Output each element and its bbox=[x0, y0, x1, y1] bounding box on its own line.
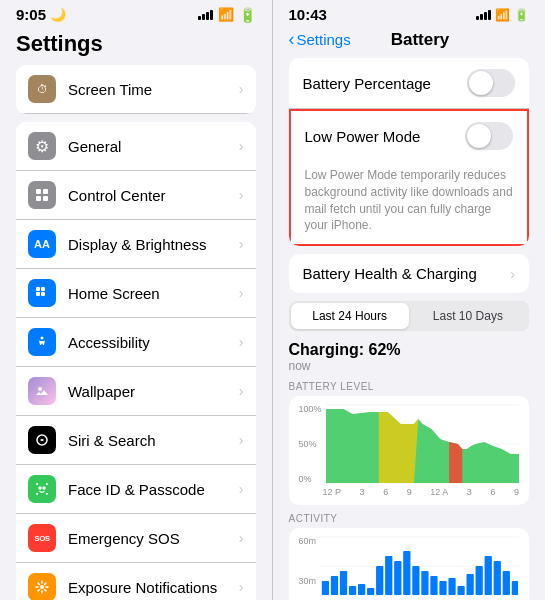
wallpaper-label: Wallpaper bbox=[68, 383, 239, 400]
svg-rect-35 bbox=[403, 551, 410, 595]
sidebar-item-display[interactable]: AA Display & Brightness › bbox=[16, 220, 256, 269]
status-icons-left: 📶 🔋 bbox=[198, 7, 256, 23]
act-y-label-60: 60m bbox=[299, 536, 317, 546]
exposure-label: Exposure Notifications bbox=[68, 579, 239, 596]
svg-point-13 bbox=[40, 585, 44, 589]
sidebar-item-wallpaper[interactable]: Wallpaper › bbox=[16, 367, 256, 416]
sidebar-item-screen-time[interactable]: ⏱ Screen Time › bbox=[16, 65, 256, 114]
wallpaper-arrow: › bbox=[239, 383, 244, 399]
status-bar-left: 9:05 🌙 📶 🔋 bbox=[0, 0, 272, 27]
act-y-label-30: 30m bbox=[299, 576, 317, 586]
moon-icon: 🌙 bbox=[50, 7, 66, 22]
left-panel: 9:05 🌙 📶 🔋 Settings ⏱ Screen Time › bbox=[0, 0, 272, 600]
sidebar-item-siri[interactable]: Siri & Search › bbox=[16, 416, 256, 465]
wallpaper-icon bbox=[28, 377, 56, 405]
charging-label: Charging: 62% bbox=[289, 341, 530, 359]
exposure-arrow: › bbox=[239, 579, 244, 595]
time-tabs: Last 24 Hours Last 10 Days bbox=[289, 301, 530, 331]
battery-page-title: Battery bbox=[391, 30, 450, 50]
low-power-mode-item: Low Power Mode bbox=[291, 111, 528, 161]
svg-point-11 bbox=[39, 487, 41, 489]
svg-rect-30 bbox=[358, 584, 365, 595]
control-center-icon bbox=[28, 181, 56, 209]
svg-rect-27 bbox=[331, 576, 338, 595]
svg-marker-20 bbox=[326, 409, 519, 483]
siri-icon bbox=[28, 426, 56, 454]
battery-toggles-section: Battery Percentage Low Power Mode Low Po… bbox=[289, 58, 530, 246]
display-label: Display & Brightness bbox=[68, 236, 239, 253]
activity-chart: 60m 30m bbox=[289, 528, 530, 600]
x-label-2: 6 bbox=[383, 487, 388, 497]
face-id-label: Face ID & Passcode bbox=[68, 481, 239, 498]
battery-level-svg bbox=[326, 404, 519, 484]
svg-rect-0 bbox=[36, 189, 41, 194]
sidebar-item-emergency-sos[interactable]: SOS Emergency SOS › bbox=[16, 514, 256, 563]
face-id-arrow: › bbox=[239, 481, 244, 497]
time-right: 10:43 bbox=[289, 6, 327, 23]
svg-rect-46 bbox=[503, 571, 510, 595]
svg-rect-2 bbox=[36, 196, 41, 201]
svg-rect-37 bbox=[421, 571, 428, 595]
battery-percentage-label: Battery Percentage bbox=[303, 75, 431, 92]
y-axis-labels: 100% 50% 0% bbox=[299, 404, 322, 484]
emergency-sos-icon: SOS bbox=[28, 524, 56, 552]
home-screen-arrow: › bbox=[239, 285, 244, 301]
face-id-icon bbox=[28, 475, 56, 503]
sidebar-item-general[interactable]: ⚙ General › bbox=[16, 122, 256, 171]
battery-level-area bbox=[326, 404, 519, 484]
general-label: General bbox=[68, 138, 239, 155]
tab-24-hours[interactable]: Last 24 Hours bbox=[291, 303, 409, 329]
siri-arrow: › bbox=[239, 432, 244, 448]
home-screen-icon bbox=[28, 279, 56, 307]
battery-health-label: Battery Health & Charging bbox=[303, 265, 477, 282]
sidebar-item-control-center[interactable]: Control Center › bbox=[16, 171, 256, 220]
sidebar-item-accessibility[interactable]: Accessibility › bbox=[16, 318, 256, 367]
status-bar-right: 10:43 📶 🔋 bbox=[273, 0, 546, 27]
y-label-0: 0% bbox=[299, 474, 322, 484]
battery-content: Battery Percentage Low Power Mode Low Po… bbox=[273, 58, 546, 600]
back-button[interactable]: ‹ Settings bbox=[289, 29, 351, 50]
svg-rect-47 bbox=[512, 581, 518, 595]
screen-time-section: ⏱ Screen Time › bbox=[16, 65, 256, 114]
accessibility-label: Accessibility bbox=[68, 334, 239, 351]
emergency-sos-arrow: › bbox=[239, 530, 244, 546]
activity-area bbox=[320, 536, 519, 600]
battery-percentage-toggle[interactable] bbox=[467, 69, 515, 97]
svg-rect-36 bbox=[412, 566, 419, 595]
low-power-mode-label: Low Power Mode bbox=[305, 128, 421, 145]
low-power-mode-toggle[interactable] bbox=[465, 122, 513, 150]
battery-health-item[interactable]: Battery Health & Charging › bbox=[289, 254, 530, 293]
nav-bar: ‹ Settings Battery bbox=[273, 27, 546, 58]
battery-health-section: Battery Health & Charging › bbox=[289, 254, 530, 293]
accessibility-icon bbox=[28, 328, 56, 356]
y-label-50: 50% bbox=[299, 439, 322, 449]
home-screen-label: Home Screen bbox=[68, 285, 239, 302]
charging-sublabel: now bbox=[289, 359, 530, 373]
svg-rect-29 bbox=[349, 586, 356, 595]
time-left: 9:05 bbox=[16, 6, 46, 23]
battery-icon-right: 🔋 bbox=[514, 8, 529, 22]
low-power-mode-container: Low Power Mode Low Power Mode temporaril… bbox=[289, 109, 530, 246]
display-icon: AA bbox=[28, 230, 56, 258]
svg-point-12 bbox=[43, 487, 45, 489]
svg-rect-7 bbox=[41, 292, 45, 296]
back-chevron-icon: ‹ bbox=[289, 29, 295, 50]
svg-rect-43 bbox=[476, 566, 483, 595]
battery-health-arrow: › bbox=[510, 266, 515, 282]
sidebar-item-face-id[interactable]: Face ID & Passcode › bbox=[16, 465, 256, 514]
tab-10-days[interactable]: Last 10 Days bbox=[409, 303, 527, 329]
emergency-sos-label: Emergency SOS bbox=[68, 530, 239, 547]
y-label-100: 100% bbox=[299, 404, 322, 414]
settings-list: ⏱ Screen Time › ⚙ General › bbox=[0, 65, 272, 600]
x-label-3: 9 bbox=[407, 487, 412, 497]
sidebar-item-exposure[interactable]: Exposure Notifications › bbox=[16, 563, 256, 600]
svg-marker-22 bbox=[449, 442, 462, 483]
wifi-icon: 📶 bbox=[218, 7, 234, 22]
battery-level-chart: 100% 50% 0% bbox=[289, 396, 530, 505]
screen-time-arrow: › bbox=[239, 81, 244, 97]
svg-rect-38 bbox=[430, 576, 437, 595]
svg-rect-45 bbox=[494, 561, 501, 595]
battery-level-chart-label: BATTERY LEVEL bbox=[289, 381, 530, 392]
sidebar-item-home-screen[interactable]: Home Screen › bbox=[16, 269, 256, 318]
right-panel: 10:43 📶 🔋 ‹ Settings Battery Battery Per… bbox=[273, 0, 546, 600]
